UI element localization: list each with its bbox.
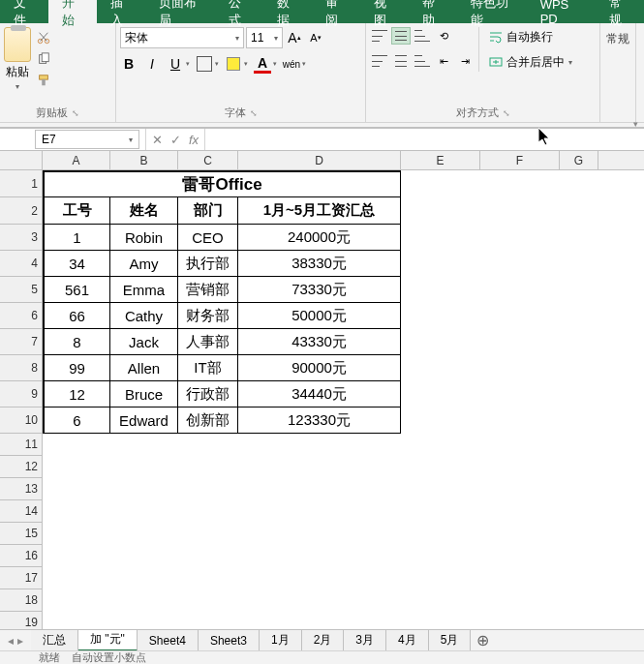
cell-r5-c2[interactable]: 营销部 (178, 277, 238, 303)
cell-header-1[interactable]: 姓名 (110, 197, 178, 225)
row-header-12[interactable]: 12 (0, 456, 43, 478)
cell-r6-c2[interactable]: 财务部 (178, 303, 238, 329)
bold-button[interactable]: B (120, 54, 138, 74)
sheet-tab-1[interactable]: 加 "元" (78, 630, 138, 651)
cell-r5-c3[interactable]: 73330元 (238, 277, 401, 303)
cell-r6-c0[interactable]: 66 (43, 303, 110, 329)
phonetic-button[interactable]: wén (283, 54, 300, 74)
menu-公式[interactable]: 公式 (215, 0, 263, 23)
italic-button[interactable]: I (143, 54, 161, 74)
align-center-button[interactable] (391, 52, 411, 70)
row-header-14[interactable]: 14 (0, 500, 43, 523)
confirm-formula-icon[interactable]: ✓ (170, 133, 181, 147)
cell-r9-c0[interactable]: 12 (43, 381, 110, 407)
format-painter-icon[interactable] (35, 72, 52, 89)
spreadsheet-grid[interactable]: ABCDEFG 1234567891011121314151617181920 … (0, 151, 644, 646)
font-color-button[interactable]: A (254, 54, 271, 74)
cell-r10-c3[interactable]: 123330元 (238, 407, 401, 434)
cell-r3-c2[interactable]: CEO (178, 225, 238, 251)
cell-r7-c0[interactable]: 8 (43, 329, 110, 355)
cell-title[interactable]: 雷哥Office (43, 170, 401, 197)
border-button[interactable] (196, 54, 213, 74)
increase-indent-button[interactable]: ⇥ (455, 52, 475, 70)
col-header-G[interactable]: G (560, 151, 598, 169)
menu-数据[interactable]: 数据 (263, 0, 312, 23)
row-header-15[interactable]: 15 (0, 523, 43, 545)
cell-r9-c1[interactable]: Bruce (110, 381, 178, 407)
align-right-button[interactable] (413, 52, 432, 70)
merge-center-button[interactable]: 合并后居中▾ (485, 52, 576, 72)
sheet-tab-4[interactable]: 1月 (260, 630, 302, 651)
cell-r8-c3[interactable]: 90000元 (238, 355, 401, 381)
cell-r7-c1[interactable]: Jack (110, 329, 178, 355)
col-header-F[interactable]: F (480, 151, 560, 169)
wrap-text-button[interactable]: 自动换行 (485, 27, 576, 46)
cell-r4-c3[interactable]: 38330元 (238, 251, 401, 277)
cell-r4-c1[interactable]: Amy (110, 251, 178, 277)
row-header-5[interactable]: 5 (0, 277, 43, 303)
cell-r7-c2[interactable]: 人事部 (178, 329, 238, 355)
formula-input[interactable] (211, 130, 644, 149)
cell-header-3[interactable]: 1月~5月工资汇总 (238, 197, 401, 225)
paste-icon[interactable] (4, 27, 31, 62)
menu-帮助[interactable]: 帮助 (409, 0, 457, 23)
row-header-18[interactable]: 18 (0, 589, 43, 612)
cell-header-0[interactable]: 工号 (43, 197, 110, 225)
cancel-formula-icon[interactable]: ✕ (152, 133, 163, 147)
cell-r8-c2[interactable]: IT部 (178, 355, 238, 381)
orientation-button[interactable]: ⟲ (434, 27, 453, 45)
dialog-launcher-icon[interactable]: ⤡ (72, 108, 79, 118)
cell-r8-c0[interactable]: 99 (43, 355, 110, 381)
col-header-A[interactable]: A (43, 151, 110, 169)
chevron-down-icon[interactable]: ▾ (302, 60, 306, 68)
chevron-down-icon[interactable]: ▾ (215, 60, 219, 68)
align-bottom-button[interactable] (413, 27, 432, 45)
cell-r6-c1[interactable]: Cathy (110, 303, 178, 329)
cell-r8-c1[interactable]: Allen (110, 355, 178, 381)
row-header-3[interactable]: 3 (0, 225, 43, 251)
row-header-17[interactable]: 17 (0, 567, 43, 589)
font-size-select[interactable]: 11▾ (246, 27, 283, 48)
menu-文件[interactable]: 文件 (0, 0, 48, 23)
sheet-tab-6[interactable]: 3月 (344, 630, 386, 651)
menu-视图[interactable]: 视图 (360, 0, 409, 23)
font-name-select[interactable]: 宋体▾ (120, 27, 244, 48)
cell-r4-c2[interactable]: 执行部 (178, 251, 238, 277)
menu-WPS PD[interactable]: WPS PD (527, 0, 596, 23)
menu-常规[interactable]: 常规 (596, 0, 644, 23)
menu-页面布局[interactable]: 页面布局 (145, 0, 215, 23)
align-left-button[interactable] (370, 52, 389, 70)
cut-icon[interactable] (35, 29, 52, 46)
col-header-D[interactable]: D (238, 151, 401, 169)
number-format-label[interactable]: 常规 (606, 31, 629, 47)
cell-r6-c3[interactable]: 50000元 (238, 303, 401, 329)
add-sheet-button[interactable]: ⊕ (471, 631, 494, 649)
sheet-tab-7[interactable]: 4月 (386, 630, 429, 651)
row-header-13[interactable]: 13 (0, 478, 43, 500)
menu-插入[interactable]: 插入 (97, 0, 145, 23)
decrease-font-button[interactable]: A▾ (306, 27, 325, 48)
cell-r4-c0[interactable]: 34 (43, 251, 110, 277)
cell-r10-c0[interactable]: 6 (43, 407, 110, 434)
col-header-B[interactable]: B (110, 151, 178, 169)
cell-r7-c3[interactable]: 43330元 (238, 329, 401, 355)
cell-r5-c1[interactable]: Emma (110, 277, 178, 303)
fx-icon[interactable]: fx (189, 133, 199, 147)
chevron-down-icon[interactable]: ▾ (15, 82, 19, 91)
decrease-indent-button[interactable]: ⇤ (434, 52, 453, 70)
row-header-16[interactable]: 16 (0, 545, 43, 567)
col-header-E[interactable]: E (401, 151, 480, 169)
fill-color-button[interactable] (225, 54, 242, 74)
dialog-launcher-icon[interactable]: ⤡ (503, 108, 510, 118)
underline-button[interactable]: U (167, 54, 184, 74)
copy-icon[interactable] (35, 50, 52, 68)
row-header-1[interactable]: 1 (0, 170, 43, 197)
sheet-tab-2[interactable]: Sheet4 (138, 630, 199, 651)
dialog-launcher-icon[interactable]: ⤡ (250, 108, 258, 118)
cell-r3-c0[interactable]: 1 (43, 225, 110, 251)
select-all-corner[interactable] (0, 151, 43, 169)
tab-nav-first-icon[interactable]: ◂ (8, 634, 14, 648)
cell-r9-c2[interactable]: 行政部 (178, 381, 238, 407)
chevron-down-icon[interactable]: ▾ (273, 60, 277, 68)
cell-r10-c1[interactable]: Edward (110, 407, 178, 434)
